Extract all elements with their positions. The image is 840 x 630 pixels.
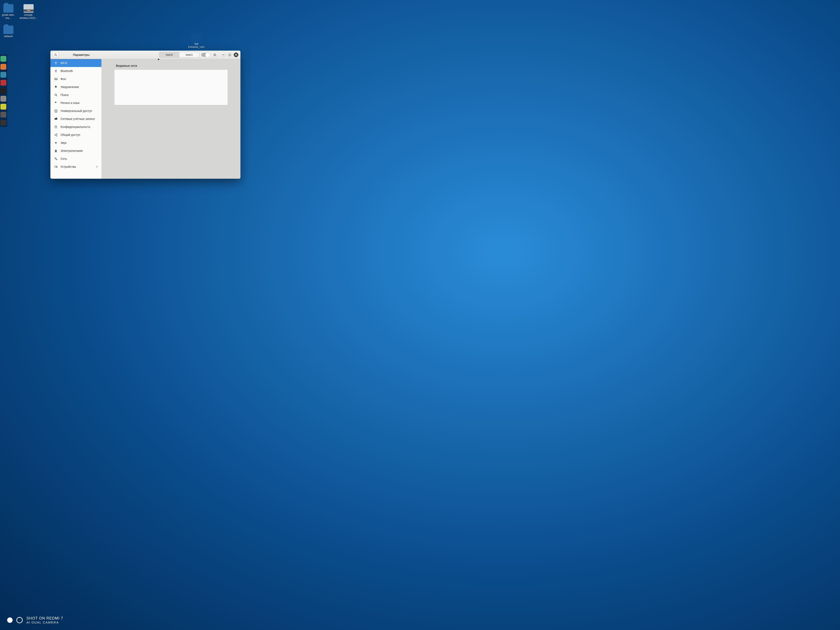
close-button[interactable] [234, 52, 238, 57]
sidebar-item-label: Поиск [60, 93, 69, 96]
svg-line-1 [56, 55, 57, 56]
window-controls [221, 52, 238, 57]
dock-item[interactable] [0, 96, 6, 102]
desktop-icon-label: compat-wireless-2010… [19, 13, 38, 20]
sidebar-item-region[interactable]: Регион и язык [51, 99, 101, 107]
dock-item[interactable] [0, 72, 6, 78]
sidebar-item-network[interactable]: Сеть [51, 155, 101, 163]
visible-networks-list[interactable] [114, 69, 228, 105]
svg-rect-2 [213, 54, 216, 54]
sound-icon [54, 141, 58, 144]
folder-icon [3, 4, 13, 13]
sidebar-item-label: Регион и язык [60, 101, 80, 104]
svg-rect-3 [213, 55, 216, 55]
sidebar-item-accessibility[interactable]: Универсальный доступ [51, 107, 101, 115]
dock [0, 55, 7, 127]
folder-icon [3, 25, 13, 34]
maximize-button[interactable] [227, 52, 232, 57]
desktop-icon-apk-extractor[interactable]: Apk Extractor_com… [185, 33, 208, 52]
visible-networks-title: Видимые сети [116, 64, 228, 68]
share-icon [54, 133, 58, 136]
svg-line-18 [55, 134, 56, 135]
tab-wlan0[interactable]: wlan0 [159, 52, 179, 57]
accessibility-icon [54, 109, 58, 112]
svg-rect-4 [213, 55, 216, 56]
tab-wlan1[interactable]: wlan1 [179, 52, 199, 57]
minimize-button[interactable] [221, 52, 226, 57]
titlebar: Параметры wlan0 wlan1 [51, 51, 240, 59]
sidebar-item-devices[interactable]: Устройства [51, 163, 101, 171]
bluetooth-icon [54, 69, 58, 73]
sidebar-item-sound[interactable]: Звук [51, 139, 101, 147]
wifi-icon [54, 61, 58, 65]
sidebar-item-label: Устройства [60, 165, 76, 169]
content-area: Видимые сети [102, 59, 240, 179]
sidebar-item-label: Звук [60, 141, 66, 144]
desktop-icon-gmail[interactable]: gmail-rator-ma… [0, 4, 17, 20]
network-icon [54, 157, 58, 160]
sidebar-item-label: Универсальный доступ [60, 109, 92, 112]
svg-point-16 [56, 134, 57, 134]
dock-item[interactable] [0, 104, 6, 110]
search-icon [54, 53, 57, 56]
sidebar-item-label: Общий доступ [60, 133, 80, 136]
sidebar-item-sharing[interactable]: Общий доступ [51, 131, 101, 139]
sidebar-item-online-accounts[interactable]: Сетевые учётные записи [51, 115, 101, 123]
maximize-icon [229, 54, 231, 56]
svg-rect-5 [223, 55, 224, 55]
dock-item[interactable] [0, 120, 6, 126]
watermark-line1: SHOT ON REDMI 7 [27, 616, 63, 621]
svg-rect-21 [55, 150, 56, 152]
sidebar-item-wifi[interactable]: Wi-Fi [51, 59, 101, 67]
sidebar-item-notifications[interactable]: Уведомления [51, 83, 101, 91]
svg-rect-6 [229, 54, 231, 56]
dock-item[interactable] [0, 56, 6, 62]
minimize-icon [223, 54, 224, 56]
sidebar-item-label: Wi-Fi [60, 61, 68, 65]
sidebar: Wi-Fi Bluetooth Фон Уведомления [51, 59, 102, 179]
sidebar-item-search[interactable]: Поиск [51, 91, 101, 99]
svg-point-11 [55, 94, 57, 96]
watermark-line2: AI DUAL CAMERA [27, 621, 63, 624]
search-button[interactable] [52, 52, 59, 58]
hamburger-icon [213, 54, 216, 56]
sidebar-item-power[interactable]: Электропитание [51, 147, 101, 155]
bell-icon [54, 85, 58, 88]
window-body: Wi-Fi Bluetooth Фон Уведомления [51, 59, 240, 179]
svg-rect-27 [57, 166, 57, 167]
window-title: Параметры [61, 53, 102, 57]
wifi-toggle[interactable] [201, 53, 210, 57]
sidebar-item-label: Bluetooth [60, 69, 73, 73]
svg-point-17 [56, 136, 57, 136]
svg-rect-26 [55, 166, 57, 167]
sidebar-item-privacy[interactable]: Конфиденциальность [51, 123, 101, 131]
dock-item[interactable] [0, 64, 6, 70]
desktop-icon-label: gmail-rator-ma… [0, 13, 17, 20]
watermark-ring-icon [16, 617, 23, 623]
sidebar-item-label: Конфиденциальность [60, 125, 90, 128]
settings-window: Параметры wlan0 wlan1 [51, 51, 240, 179]
devices-icon [54, 165, 58, 169]
desktop-icon-network[interactable]: network [0, 25, 17, 38]
svg-point-15 [55, 134, 55, 135]
close-icon [235, 54, 237, 56]
camera-watermark: SHOT ON REDMI 7 AI DUAL CAMERA [7, 616, 63, 624]
svg-line-12 [56, 95, 57, 96]
desktop-icon-compat-wireless[interactable]: compat-wireless-2010… [19, 4, 38, 20]
dock-item[interactable] [0, 88, 6, 94]
titlebar-left: Параметры [51, 52, 102, 58]
svg-point-0 [55, 54, 56, 55]
folder-icon [191, 33, 201, 41]
sidebar-item-label: Сеть [60, 157, 67, 160]
menu-button[interactable] [212, 52, 218, 58]
dock-item[interactable] [0, 80, 6, 86]
chevron-right-icon [96, 166, 98, 168]
desktop-icon-label: network [0, 35, 17, 38]
background-icon [54, 77, 58, 81]
watermark-dot-icon [7, 617, 13, 623]
dock-item[interactable] [0, 112, 6, 118]
archive-icon [24, 4, 33, 13]
power-icon [54, 149, 58, 152]
sidebar-item-background[interactable]: Фон [51, 75, 101, 83]
sidebar-item-bluetooth[interactable]: Bluetooth [51, 67, 101, 75]
